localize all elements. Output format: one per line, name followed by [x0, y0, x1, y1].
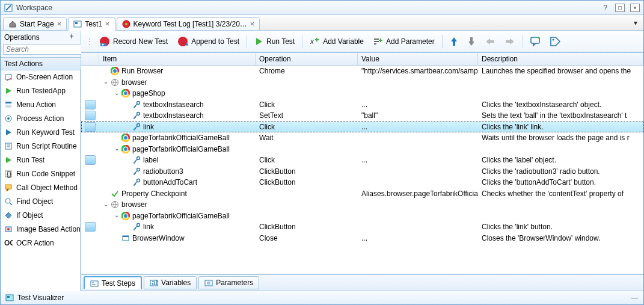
- operation-item[interactable]: Image Based Action: [1, 223, 80, 236]
- table-row[interactable]: linkClick...Clicks the 'link' link.: [81, 122, 643, 133]
- tab-dropdown[interactable]: ▾: [631, 19, 640, 27]
- table-row[interactable]: textboxInstasearchClick...Clicks the 'te…: [81, 99, 643, 111]
- operation-item[interactable]: {}Run Code Snippet: [1, 167, 80, 181]
- maximize-button[interactable]: □: [615, 4, 625, 12]
- tab-start-page[interactable]: Start Page ×: [3, 17, 67, 31]
- record-new-test-button[interactable]: Record New Test: [95, 33, 171, 50]
- tab-parameters[interactable]: Parameters: [198, 276, 259, 289]
- description-cell: Clicks the 'buttonAddToCart' button.: [478, 178, 643, 186]
- tab-label: Start Page: [20, 20, 54, 28]
- description-cell: Sets the text 'ball' in the 'textboxInst…: [478, 111, 643, 120]
- thumbnail-icon: [85, 222, 96, 232]
- description-cell: Launches the specified browser and opens…: [478, 67, 643, 75]
- expand-toggle[interactable]: ⌄: [114, 213, 119, 218]
- col-description-header[interactable]: Description: [478, 53, 643, 65]
- category-test-actions[interactable]: Test Actions: [1, 57, 81, 70]
- expand-toggle[interactable]: ⌄: [103, 79, 108, 85]
- operation-item[interactable]: On-Screen Action: [1, 70, 80, 84]
- svg-point-10: [7, 117, 10, 120]
- append-to-test-button[interactable]: Append to Test: [173, 33, 243, 50]
- operation-item[interactable]: Menu Action: [1, 98, 80, 112]
- row-icon: [132, 167, 141, 176]
- operation-icon: [4, 128, 13, 137]
- move-up-button[interactable]: [446, 34, 462, 49]
- col-operation-header[interactable]: Operation: [256, 53, 358, 65]
- add-parameter-button[interactable]: Add Parameter: [369, 34, 438, 49]
- item-cell: ⌄pageTorfabrikOfficialGameBall: [99, 145, 256, 153]
- table-row[interactable]: ⌄pageTorfabrikOfficialGameBall: [81, 144, 643, 155]
- table-row[interactable]: Run BrowserChrome"http://services.smartb…: [81, 66, 643, 77]
- operation-item[interactable]: Run Script Routine: [1, 140, 80, 153]
- visualizer-title: Test Visualizer: [17, 294, 64, 302]
- table-row[interactable]: labelClick...Clicks the 'label' object.: [81, 155, 643, 166]
- svg-rect-47: [91, 281, 98, 286]
- item-label: pageTorfabrikOfficialGameBall: [132, 134, 230, 142]
- item-label: textboxInstasearch: [143, 111, 204, 120]
- close-icon[interactable]: ×: [57, 19, 62, 28]
- operation-item[interactable]: Call Object Method: [1, 181, 80, 195]
- expand-toggle[interactable]: ⌄: [103, 202, 108, 208]
- row-icon: [121, 145, 130, 153]
- tab-test-steps[interactable]: Test Steps: [84, 276, 142, 289]
- expand-toggle[interactable]: ⌄: [114, 146, 119, 152]
- pin-icon[interactable]: [69, 34, 77, 40]
- tag-button[interactable]: [547, 34, 565, 49]
- svg-rect-50: [205, 280, 212, 286]
- table-row[interactable]: linkClickButtonClicks the 'link' button.: [81, 221, 643, 233]
- value-cell: "ball": [358, 111, 478, 120]
- expand-toggle[interactable]: ⌄: [114, 91, 119, 96]
- operation-icon: {}: [4, 170, 13, 178]
- add-variable-button[interactable]: x Add Variable: [306, 34, 367, 49]
- operation-label: Menu Action: [16, 100, 56, 109]
- table-row[interactable]: buttonAddToCartClickButtonClicks the 'bu…: [81, 177, 643, 188]
- operation-item[interactable]: Run TestedApp: [1, 84, 80, 98]
- row-icon: [121, 234, 130, 242]
- table-row[interactable]: BrowserWindowClose...Closes the 'Browser…: [81, 233, 643, 244]
- table-row[interactable]: Property CheckpointAliases.browser.pageT…: [81, 188, 643, 200]
- tab-test1[interactable]: Test1 ×: [68, 17, 115, 31]
- operation-label: Run TestedApp: [16, 87, 66, 95]
- move-down-button[interactable]: [464, 34, 479, 49]
- table-row[interactable]: textboxInstasearchSetText"ball"Sets the …: [81, 110, 643, 122]
- tab-label: Variables: [161, 279, 191, 287]
- svg-point-25: [552, 39, 554, 40]
- minimize-button[interactable]: —: [630, 294, 639, 302]
- item-cell: textboxInstasearch: [99, 100, 256, 109]
- table-row[interactable]: ⌄pageTorfabrikOfficialGameBall: [81, 211, 643, 222]
- table-row[interactable]: pageTorfabrikOfficialGameBallWaitWaits u…: [81, 132, 643, 144]
- operation-item[interactable]: If Object: [1, 209, 80, 223]
- svg-rect-8: [5, 105, 11, 108]
- window-title: Workspace: [16, 4, 600, 12]
- close-icon[interactable]: ×: [105, 19, 110, 28]
- table-row[interactable]: ⌄browser: [81, 77, 643, 88]
- operation-item[interactable]: Run Keyword Test: [1, 126, 80, 140]
- operation-item[interactable]: Find Object: [1, 195, 80, 209]
- run-test-button[interactable]: Run Test: [251, 34, 298, 49]
- item-label: link: [143, 123, 154, 131]
- operation-cell: Click: [256, 156, 358, 164]
- description-cell: Clicks the 'label' object.: [478, 156, 643, 164]
- svg-point-33: [137, 123, 140, 126]
- operation-item[interactable]: OCROCR Action: [1, 236, 80, 250]
- svg-point-30: [124, 91, 127, 95]
- operation-cell: Click: [256, 100, 358, 109]
- operation-item[interactable]: Process Action: [1, 112, 80, 126]
- tab-keyword-test-log[interactable]: Keyword Test Log [Test1] 3/23/20… ×: [117, 17, 260, 31]
- move-right-button[interactable]: [501, 35, 519, 48]
- description-cell: Waits until the browser loads the page a…: [478, 134, 643, 142]
- col-value-header[interactable]: Value: [358, 53, 478, 65]
- table-row[interactable]: ⌄browser: [81, 199, 643, 211]
- table-row[interactable]: radiobutton3ClickButtonClicks the 'radio…: [81, 166, 643, 177]
- close-button[interactable]: ×: [630, 4, 640, 12]
- thumbnail-icon: [85, 111, 96, 120]
- operation-item[interactable]: Run Test: [1, 153, 80, 167]
- help-button[interactable]: ?: [603, 4, 607, 12]
- item-cell: pageTorfabrikOfficialGameBall: [99, 134, 256, 142]
- operation-label: Run Code Snippet: [16, 170, 75, 178]
- table-row[interactable]: ⌄pageShop: [81, 88, 643, 99]
- comment-button[interactable]: [527, 34, 545, 49]
- tab-variables[interactable]: ab Variables: [144, 276, 197, 289]
- close-icon[interactable]: ×: [250, 19, 255, 28]
- move-left-button[interactable]: [481, 35, 499, 48]
- col-item-header[interactable]: Item: [99, 53, 256, 65]
